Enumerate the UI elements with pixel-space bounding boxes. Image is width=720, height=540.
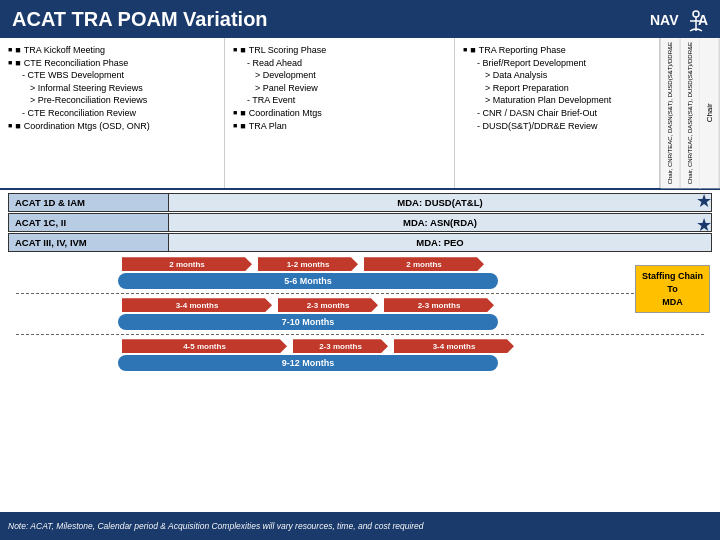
left-bullets: ■TRA Kickoff Meeting ■CTE Reconciliation…	[0, 38, 225, 188]
vert-label-2: Chair, CNR/TEAC, DASN(S&T), DUSD(S&T)/DD…	[681, 38, 701, 188]
total-bar-2: 7-10 Months	[118, 314, 498, 330]
arrow-group-2: 3-4 months 2-3 months 2-3 months	[122, 298, 712, 312]
vertical-labels: Chair, CNR/TEAC, DASN(S&T), DUSD(S&T)/DD…	[660, 38, 720, 188]
mda-section: ★ ★ ACAT 1D & IAM MDA: DUSD(AT&L) ACAT 1…	[0, 190, 720, 255]
bullet-tra-plan-text: TRA Plan	[249, 120, 287, 133]
bar-2-3months-m2: 2-3 months	[293, 339, 388, 353]
arrow-group-3: 4-5 months 2-3 months 3-4 months	[122, 339, 712, 353]
mda-dusd: MDA: DUSD(AT&L)	[169, 194, 711, 211]
bullet-kickoff: ■TRA Kickoff Meeting	[8, 44, 216, 57]
timeline-group-3: 4-5 months 2-3 months 3-4 months 9-12 Mo…	[8, 339, 712, 371]
mda-peo: MDA: PEO	[169, 234, 711, 251]
mda-acat-1d: ACAT 1D & IAM	[9, 194, 169, 211]
timeline-row-2: 3-4 months 2-3 months 2-3 months	[8, 298, 712, 312]
timeline-row-3: 4-5 months 2-3 months 3-4 months	[8, 339, 712, 353]
total-row-2: 7-10 Months	[8, 314, 712, 330]
timeline-group-1: 2 months 1-2 months 2 months	[8, 257, 712, 289]
bar-2-3months-right: 2-3 months	[384, 298, 494, 312]
bar-2-3months-mid: 2-3 months	[278, 298, 378, 312]
bar-2months-3: 2 months	[364, 257, 484, 271]
total-row-1: 5-6 Months	[8, 273, 712, 289]
header: ACAT TRA POAM Variation NAV AIR	[0, 0, 720, 38]
bottom-note-text: Note: ACAT, Milestone, Calendar period &…	[8, 521, 424, 531]
stars-container: ★ ★	[696, 190, 712, 236]
bar-2-3months-mid-label: 2-3 months	[307, 301, 350, 310]
bullet-panel: > Panel Review	[233, 82, 446, 95]
bar-2months-3-label: 2 months	[406, 260, 442, 269]
bullet-coord-mtgs: ■Coordination Mtgs	[233, 107, 446, 120]
total-label-3: 9-12 Months	[282, 358, 335, 368]
total-label-1: 5-6 Months	[284, 276, 332, 286]
bullet-coord: ■Coordination Mtgs (OSD, ONR)	[8, 120, 216, 133]
mda-asn: MDA: ASN(RDA)	[169, 214, 711, 231]
bullet-reporting: ■TRA Reporting Phase	[463, 44, 651, 57]
timeline-row-1: 2 months 1-2 months 2 months	[8, 257, 712, 271]
bullet-recon-text: CTE Reconciliation Phase	[24, 57, 129, 70]
bullet-recon: ■CTE Reconciliation Phase	[8, 57, 216, 70]
bullet-tra-event: - TRA Event	[233, 94, 446, 107]
star-2: ★	[696, 214, 712, 236]
mda-row-1: ACAT 1D & IAM MDA: DUSD(AT&L)	[8, 193, 712, 212]
navair-logo-svg: NAV AIR	[648, 5, 708, 33]
svg-text:AIR: AIR	[698, 12, 708, 28]
bullet-coord-mtgs-text: Coordination Mtgs	[249, 107, 322, 120]
bar-3-4months-label: 3-4 months	[176, 301, 219, 310]
bar-1-2months-label: 1-2 months	[287, 260, 330, 269]
bullet-trl: ■TRL Scoring Phase	[233, 44, 446, 57]
bullet-tra-plan: ■TRA Plan	[233, 120, 446, 133]
timeline-group-2: 3-4 months 2-3 months 2-3 months 7-10 Mo…	[8, 298, 712, 330]
right-bullets: ■TRA Reporting Phase - Brief/Report Deve…	[455, 38, 660, 188]
bullets-section: ■TRA Kickoff Meeting ■CTE Reconciliation…	[0, 38, 720, 190]
bar-1-2months: 1-2 months	[258, 257, 358, 271]
mda-row-2: ACAT 1C, II MDA: ASN(RDA)	[8, 213, 712, 232]
bullet-kickoff-text: TRA Kickoff Meeting	[24, 44, 105, 57]
bar-2-3months-right-label: 2-3 months	[418, 301, 461, 310]
bar-4-5months-label: 4-5 months	[183, 342, 226, 351]
mda-row-3: ACAT III, IV, IVM MDA: PEO	[8, 233, 712, 252]
bullet-report-prep: > Report Preparation	[463, 82, 651, 95]
total-bar-1: 5-6 Months	[118, 273, 498, 289]
staffing-chain-box: Staffing Chain To MDA	[635, 265, 710, 313]
page-title: ACAT TRA POAM Variation	[12, 8, 268, 31]
arrow-group-1: 2 months 1-2 months 2 months	[122, 257, 712, 271]
vert-label-1: Chair, CNR/TEAC, DASN(S&T), DUSD(S&T)/DD…	[661, 38, 681, 188]
mid-bullets: ■TRL Scoring Phase - Read Ahead > Develo…	[225, 38, 455, 188]
star-1: ★	[696, 190, 712, 212]
bullet-steering: > Informal Steering Reviews	[8, 82, 216, 95]
bar-3-4months-r2-label: 3-4 months	[433, 342, 476, 351]
bar-4-5months: 4-5 months	[122, 339, 287, 353]
staffing-line1: Staffing Chain	[642, 270, 703, 283]
bullet-data: > Data Analysis	[463, 69, 651, 82]
bar-3-4months: 3-4 months	[122, 298, 272, 312]
total-bar-3: 9-12 Months	[118, 355, 498, 371]
bar-2months-label: 2 months	[169, 260, 205, 269]
bullet-reporting-text: TRA Reporting Phase	[479, 44, 566, 57]
total-row-3: 9-12 Months	[8, 355, 712, 371]
logo-area: NAV AIR	[648, 5, 708, 33]
bullet-cte-recon: - CTE Reconciliation Review	[8, 107, 216, 120]
staffing-line2: To	[642, 283, 703, 296]
content-area: ■TRA Kickoff Meeting ■CTE Reconciliation…	[0, 38, 720, 540]
bullet-dusd: - DUSD(S&T)/DDR&E Review	[463, 120, 651, 133]
svg-text:NAV: NAV	[650, 12, 679, 28]
bar-3-4months-r2: 3-4 months	[394, 339, 514, 353]
vert-label-3: Chair	[700, 38, 720, 188]
bottom-note: Note: ACAT, Milestone, Calendar period &…	[0, 512, 720, 540]
mda-acat-1c: ACAT 1C, II	[9, 214, 169, 231]
divider-1	[16, 293, 704, 294]
bullet-trl-text: TRL Scoring Phase	[249, 44, 327, 57]
bullet-dev: > Development	[233, 69, 446, 82]
divider-2	[16, 334, 704, 335]
bar-2months-1: 2 months	[122, 257, 252, 271]
bullet-prerecon: > Pre-Reconciliation Reviews	[8, 94, 216, 107]
bar-2-3months-m2-label: 2-3 months	[319, 342, 362, 351]
bullet-brief-dev: - Brief/Report Development	[463, 57, 651, 70]
staffing-line3: MDA	[642, 296, 703, 309]
bullet-wbs: - CTE WBS Development	[8, 69, 216, 82]
bullet-maturation: > Maturation Plan Development	[463, 94, 651, 107]
bullet-readahead: - Read Ahead	[233, 57, 446, 70]
total-label-2: 7-10 Months	[282, 317, 335, 327]
mda-acat-iii: ACAT III, IV, IVM	[9, 234, 169, 251]
bullet-coord-text: Coordination Mtgs (OSD, ONR)	[24, 120, 150, 133]
timeline-section: Staffing Chain To MDA 2 months 1-2 month…	[0, 255, 720, 512]
